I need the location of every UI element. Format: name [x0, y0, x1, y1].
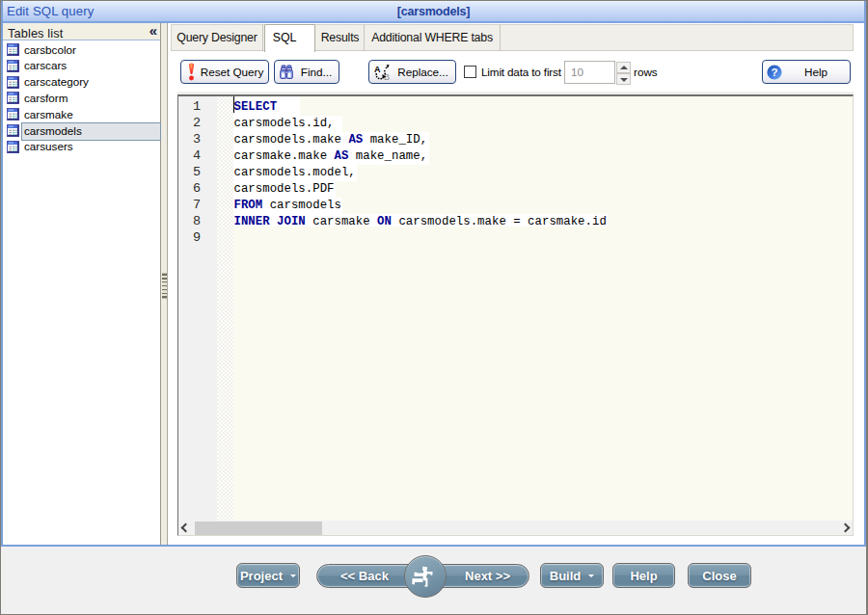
svg-text:A: A — [374, 65, 381, 74]
svg-text:?: ? — [771, 67, 777, 78]
